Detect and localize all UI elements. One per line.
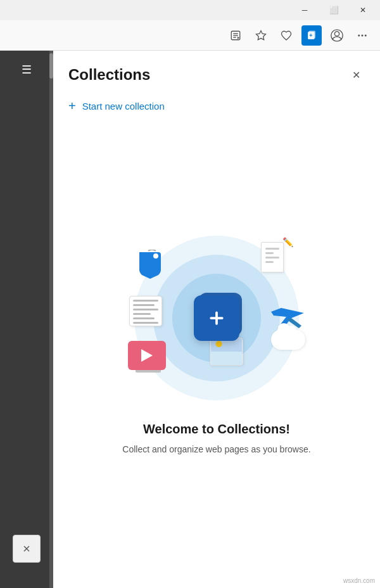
collections-add-icon: [194, 295, 239, 341]
sidebar-menu-button[interactable]: ☰: [13, 56, 41, 84]
panel-title: Collections: [68, 66, 150, 84]
welcome-description: Collect and organize web pages as you br…: [122, 443, 310, 456]
svg-point-17: [153, 253, 158, 259]
illustration-area: ✏️: [53, 129, 380, 588]
plus-icon: +: [68, 99, 76, 113]
collections-panel: Collections ✕ + Start new collection: [53, 51, 380, 588]
svg-text:+: +: [309, 32, 312, 39]
browser-content: ☰ Collections ✕ + Start new collection: [0, 51, 380, 588]
pencil-icon: ✏️: [282, 237, 291, 246]
tag-icon: [134, 250, 167, 278]
cloud-icon: [271, 329, 305, 350]
svg-point-9: [334, 31, 339, 35]
svg-point-10: [358, 34, 360, 36]
more-options-icon[interactable]: [352, 25, 372, 46]
svg-point-12: [365, 34, 367, 36]
maximize-button[interactable]: ⬜: [319, 0, 348, 20]
panel-header: Collections ✕: [53, 51, 380, 94]
new-collection-button[interactable]: + Start new collection: [53, 94, 380, 129]
welcome-title: Welcome to Collections!: [122, 422, 310, 437]
illustration: ✏️: [115, 229, 318, 407]
document-icon: ✏️: [261, 242, 286, 274]
read-aloud-icon[interactable]: [225, 25, 246, 46]
close-button[interactable]: ✕: [348, 0, 377, 20]
svg-marker-4: [256, 30, 266, 39]
svg-point-11: [362, 34, 364, 36]
title-bar: ─ ⬜ ✕: [0, 0, 380, 20]
profile-icon[interactable]: [327, 25, 347, 46]
browser-toolbar: +: [0, 20, 380, 51]
minimize-button[interactable]: ─: [290, 0, 319, 20]
panel-close-button[interactable]: ✕: [347, 66, 365, 84]
left-sidebar: ☰: [0, 51, 53, 588]
sidebar-close-button[interactable]: [13, 535, 41, 563]
watermark: wsxdn.com: [343, 577, 375, 584]
welcome-section: Welcome to Collections! Collect and orga…: [103, 422, 329, 475]
video-icon: [128, 341, 168, 375]
star-icon[interactable]: [251, 25, 271, 46]
photo-icon: [210, 338, 243, 366]
new-collection-label: Start new collection: [82, 101, 165, 112]
collections-button[interactable]: +: [301, 25, 322, 46]
article-icon: [129, 296, 162, 326]
favorites-icon[interactable]: [276, 25, 296, 46]
airplane-icon: [269, 300, 309, 326]
